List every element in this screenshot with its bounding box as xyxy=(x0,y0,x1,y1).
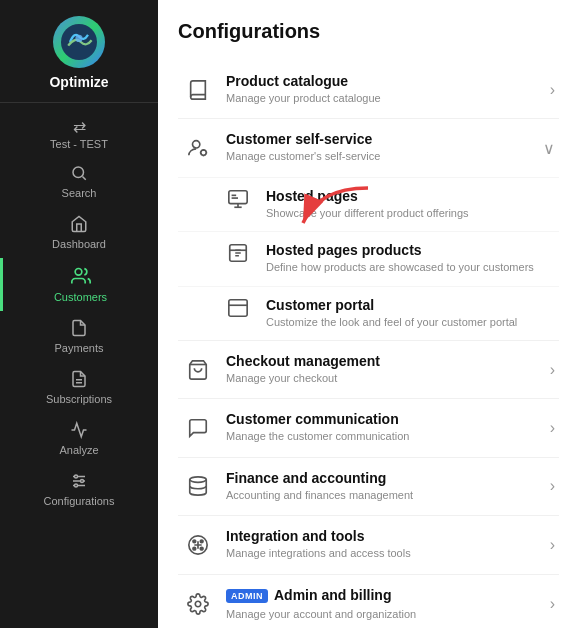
main-content: Configurations Product catalogue Manage … xyxy=(158,0,579,628)
stack-icon xyxy=(182,475,214,497)
sidebar-item-subscriptions[interactable]: Subscriptions xyxy=(0,362,158,413)
config-subitem-hosted-pages-title: Hosted pages xyxy=(266,188,555,204)
svg-point-4 xyxy=(75,269,82,276)
config-item-integration-tools-title: Integration and tools xyxy=(226,528,542,544)
checkout-management-arrow: › xyxy=(550,361,555,379)
config-item-finance-accounting-title: Finance and accounting xyxy=(226,470,542,486)
config-section-checkout-management: Checkout management Manage your checkout… xyxy=(178,341,559,399)
app-name: Optimize xyxy=(49,74,108,90)
svg-point-28 xyxy=(200,547,203,550)
config-item-customer-self-service-title: Customer self-service xyxy=(226,131,535,147)
config-item-customer-self-service-desc: Manage customer's self-service xyxy=(226,149,535,164)
config-item-integration-tools[interactable]: Integration and tools Manage integration… xyxy=(178,516,559,573)
config-item-checkout-management-title: Checkout management xyxy=(226,353,542,369)
config-subitem-customer-portal[interactable]: Customer portal Customize the look and f… xyxy=(178,286,559,340)
env-label: Test - TEST xyxy=(50,138,108,150)
customer-portal-icon xyxy=(222,297,254,319)
config-subitem-hosted-pages-content: Hosted pages Showcase your different pro… xyxy=(266,188,555,221)
config-subitem-hosted-pages-desc: Showcase your different product offering… xyxy=(266,206,555,221)
config-item-checkout-management-desc: Manage your checkout xyxy=(226,371,542,386)
config-subitem-hosted-pages-products-desc: Define how products are showcased to you… xyxy=(266,260,555,275)
svg-rect-22 xyxy=(229,299,247,316)
chevron-down-icon: ∨ xyxy=(543,139,555,158)
sidebar-item-customers[interactable]: Customers xyxy=(0,258,158,311)
puzzle-icon xyxy=(182,534,214,556)
config-item-customer-communication-desc: Manage the customer communication xyxy=(226,429,542,444)
config-item-product-catalogue-content: Product catalogue Manage your product ca… xyxy=(226,73,542,106)
config-item-product-catalogue-arrow: › xyxy=(550,81,555,99)
app-logo[interactable] xyxy=(53,16,105,68)
config-subitem-hosted-pages-products-content: Hosted pages products Define how product… xyxy=(266,242,555,275)
sidebar-item-customers-label: Customers xyxy=(54,291,107,303)
config-item-admin-billing[interactable]: ADMIN Admin and billing Manage your acco… xyxy=(178,575,559,628)
admin-billing-arrow: › xyxy=(550,595,555,613)
sidebar-item-search[interactable]: Search xyxy=(0,156,158,207)
config-item-admin-billing-content: ADMIN Admin and billing Manage your acco… xyxy=(226,587,542,622)
config-subitem-hosted-pages-products[interactable]: Hosted pages products Define how product… xyxy=(178,231,559,285)
env-selector[interactable]: ⇄ Test - TEST xyxy=(0,111,158,156)
gear-icon xyxy=(182,593,214,615)
svg-point-11 xyxy=(81,480,84,483)
svg-rect-16 xyxy=(229,191,247,204)
chat-icon xyxy=(182,417,214,439)
config-item-product-catalogue[interactable]: Product catalogue Manage your product ca… xyxy=(178,61,559,118)
analyze-icon xyxy=(70,421,88,442)
sidebar-item-configurations[interactable]: Configurations xyxy=(0,464,158,515)
page-title: Configurations xyxy=(178,20,559,43)
sidebar-item-payments-label: Payments xyxy=(55,342,104,354)
config-item-finance-accounting-desc: Accounting and finances management xyxy=(226,488,542,503)
config-item-customer-communication[interactable]: Customer communication Manage the custom… xyxy=(178,399,559,456)
config-item-product-catalogue-desc: Manage your product catalogue xyxy=(226,91,542,106)
search-icon xyxy=(70,164,88,185)
svg-point-26 xyxy=(200,540,203,543)
subscriptions-icon xyxy=(70,370,88,391)
config-subitem-hosted-pages-products-title: Hosted pages products xyxy=(266,242,555,258)
config-item-product-catalogue-title: Product catalogue xyxy=(226,73,542,89)
sidebar-item-analyze-label: Analyze xyxy=(59,444,98,456)
payments-icon xyxy=(70,319,88,340)
config-subitem-hosted-pages[interactable]: Hosted pages Showcase your different pro… xyxy=(178,177,559,231)
config-item-customer-self-service[interactable]: Customer self-service Manage customer's … xyxy=(178,119,559,176)
customers-icon xyxy=(71,266,91,289)
home-icon xyxy=(70,215,88,236)
person-gear-icon xyxy=(182,137,214,159)
sidebar-item-analyze[interactable]: Analyze xyxy=(0,413,158,464)
config-item-integration-tools-desc: Manage integrations and access tools xyxy=(226,546,542,561)
sidebar-item-search-label: Search xyxy=(62,187,97,199)
config-item-checkout-management[interactable]: Checkout management Manage your checkout… xyxy=(178,341,559,398)
env-icon: ⇄ xyxy=(73,117,86,136)
config-item-admin-billing-title: Admin and billing xyxy=(274,587,391,603)
configurations-icon xyxy=(70,472,88,493)
svg-point-24 xyxy=(190,477,207,483)
svg-point-27 xyxy=(193,547,196,550)
integration-tools-arrow: › xyxy=(550,536,555,554)
admin-badge: ADMIN xyxy=(226,589,268,603)
hosted-pages-icon xyxy=(222,188,254,210)
svg-point-25 xyxy=(193,540,196,543)
svg-point-29 xyxy=(195,601,201,607)
config-section-customer-communication: Customer communication Manage the custom… xyxy=(178,399,559,457)
sidebar-item-dashboard[interactable]: Dashboard xyxy=(0,207,158,258)
config-section-admin-billing: ADMIN Admin and billing Manage your acco… xyxy=(178,575,559,628)
sidebar-item-payments[interactable]: Payments xyxy=(0,311,158,362)
basket-icon xyxy=(182,359,214,381)
config-subitem-customer-portal-content: Customer portal Customize the look and f… xyxy=(266,297,555,330)
svg-point-2 xyxy=(73,167,84,178)
svg-point-1 xyxy=(75,35,82,42)
sidebar-item-dashboard-label: Dashboard xyxy=(52,238,106,250)
config-item-checkout-management-content: Checkout management Manage your checkout xyxy=(226,353,542,386)
config-list: Product catalogue Manage your product ca… xyxy=(178,61,559,628)
config-section-integration-tools: Integration and tools Manage integration… xyxy=(178,516,559,574)
config-subitem-customer-portal-title: Customer portal xyxy=(266,297,555,313)
sidebar-item-subscriptions-label: Subscriptions xyxy=(46,393,112,405)
config-item-finance-accounting-content: Finance and accounting Accounting and fi… xyxy=(226,470,542,503)
config-section-product-catalogue: Product catalogue Manage your product ca… xyxy=(178,61,559,119)
config-item-customer-communication-title: Customer communication xyxy=(226,411,542,427)
hosted-pages-products-icon xyxy=(222,242,254,264)
svg-point-12 xyxy=(75,484,78,487)
config-item-finance-accounting[interactable]: Finance and accounting Accounting and fi… xyxy=(178,458,559,515)
svg-point-10 xyxy=(75,475,78,478)
config-section-finance-accounting: Finance and accounting Accounting and fi… xyxy=(178,458,559,516)
config-item-admin-billing-desc: Manage your account and organization xyxy=(226,607,542,622)
sidebar-divider xyxy=(0,102,158,103)
